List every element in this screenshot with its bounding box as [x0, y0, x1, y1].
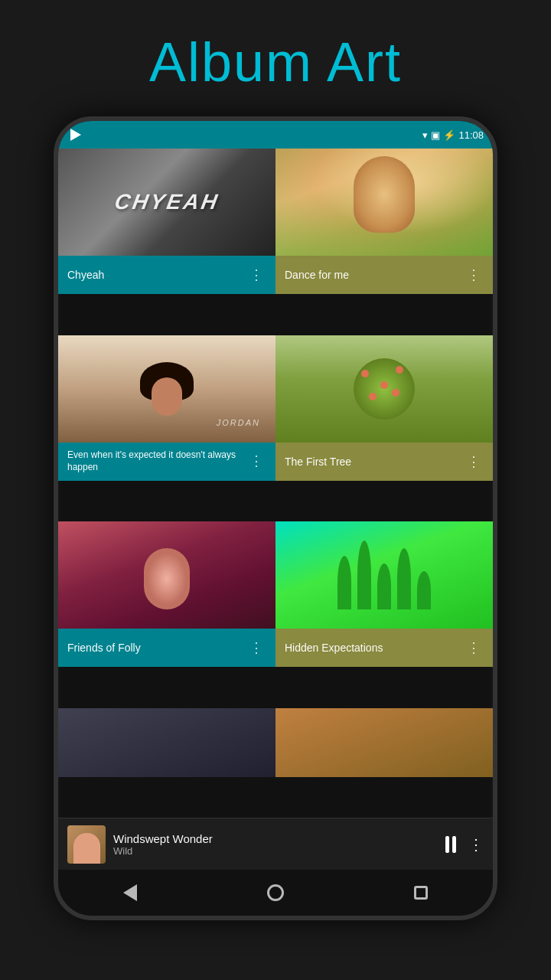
now-playing-thumbnail	[67, 825, 106, 864]
wifi-icon: ▾	[422, 129, 428, 141]
album-art-hidden	[276, 521, 493, 629]
album-art-tree	[276, 335, 493, 443]
dance-art-inner	[276, 149, 493, 256]
recents-icon	[414, 886, 428, 900]
now-playing-artist: Wild	[113, 845, 438, 857]
play-triangle-icon	[70, 129, 81, 141]
now-playing-bar: Windswept Wonder Wild ⋮	[58, 818, 493, 870]
album-name-chyeah: Chyeah	[67, 269, 104, 281]
album-partial-2[interactable]	[276, 708, 493, 777]
tree-peaches	[354, 358, 415, 420]
album-item-hidden[interactable]: Hidden Expectations ⋮	[276, 521, 493, 667]
page-title: Album Art	[149, 0, 402, 116]
leaf-3	[377, 564, 391, 609]
album-menu-hidden[interactable]: ⋮	[464, 636, 484, 659]
battery-icon: ⚡	[443, 129, 455, 141]
status-bar-left	[67, 126, 84, 143]
signal-icon: ▣	[431, 129, 440, 141]
album-menu-dance[interactable]: ⋮	[464, 263, 484, 286]
album-item-chyeah[interactable]: CHYEAH Chyeah ⋮	[58, 149, 276, 294]
album-partial-1[interactable]	[58, 708, 276, 777]
album-name-dance: Dance for me	[285, 269, 349, 281]
album-menu-jordan[interactable]: ⋮	[246, 449, 266, 473]
leaf-5	[417, 571, 431, 609]
peach-5	[392, 389, 399, 397]
status-bar-right: ▾ ▣ ⚡ 11:08	[422, 129, 484, 141]
folly-face	[144, 548, 190, 609]
album-menu-folly[interactable]: ⋮	[246, 636, 266, 659]
album-name-tree: The First Tree	[285, 456, 351, 468]
tree-art-container	[276, 335, 493, 443]
album-art-chyeah: CHYEAH	[58, 149, 276, 256]
pause-button[interactable]	[445, 836, 456, 853]
leaf-4	[397, 548, 411, 609]
album-item-jordan[interactable]: JORDAN Even when it's expected it doesn'…	[58, 335, 276, 481]
now-playing-more-button[interactable]: ⋮	[468, 835, 484, 854]
now-playing-thumb-art	[73, 833, 100, 864]
phone-frame: ▾ ▣ ⚡ 11:08 CHYEAH Chyeah ⋮ Da	[54, 116, 497, 920]
play-icon	[67, 126, 84, 143]
now-playing-controls: ⋮	[445, 835, 484, 854]
status-bar: ▾ ▣ ⚡ 11:08	[58, 121, 493, 149]
album-art-jordan: JORDAN	[58, 335, 276, 443]
chyeah-art-text: CHYEAH	[112, 190, 221, 214]
album-menu-tree[interactable]: ⋮	[464, 450, 484, 473]
album-item-tree[interactable]: The First Tree ⋮	[276, 335, 493, 481]
jordan-art-label: JORDAN	[217, 418, 260, 427]
album-label-dance: Dance for me ⋮	[276, 256, 493, 294]
peach-1	[361, 370, 369, 377]
afro-face	[152, 377, 182, 416]
back-icon	[123, 884, 137, 901]
pause-bar-2	[452, 836, 456, 853]
now-playing-info: Windswept Wonder Wild	[113, 832, 438, 857]
album-label-folly: Friends of Folly ⋮	[58, 629, 276, 667]
album-art-folly	[58, 521, 276, 629]
album-menu-chyeah[interactable]: ⋮	[246, 263, 266, 286]
album-item-dance[interactable]: Dance for me ⋮	[276, 149, 493, 294]
album-art-partial-2	[276, 708, 493, 777]
album-label-chyeah: Chyeah ⋮	[58, 256, 276, 294]
leaf-1	[337, 556, 351, 609]
album-art-dance	[276, 149, 493, 256]
pause-bar-1	[445, 836, 449, 853]
plant-shapes	[337, 541, 431, 609]
album-item-folly[interactable]: Friends of Folly ⋮	[58, 521, 276, 667]
home-icon	[267, 884, 284, 901]
album-art-partial-1	[58, 708, 276, 777]
navigation-bar	[58, 870, 493, 916]
back-button[interactable]	[108, 877, 152, 909]
album-name-folly: Friends of Folly	[67, 642, 141, 654]
album-label-hidden: Hidden Expectations ⋮	[276, 629, 493, 667]
tree-leaves	[354, 358, 415, 420]
peach-4	[369, 393, 377, 400]
peach-2	[380, 381, 388, 389]
album-label-jordan: Even when it's expected it doesn't alway…	[58, 443, 276, 481]
album-name-jordan: Even when it's expected it doesn't alway…	[67, 449, 246, 473]
recents-button[interactable]	[399, 878, 443, 907]
now-playing-title: Windswept Wonder	[113, 832, 438, 845]
home-button[interactable]	[252, 877, 299, 909]
jordan-silhouette	[140, 362, 194, 431]
dance-face	[354, 156, 415, 233]
status-time: 11:08	[458, 129, 484, 141]
leaf-2	[357, 541, 371, 609]
peach-3	[396, 366, 403, 374]
album-name-hidden: Hidden Expectations	[285, 642, 383, 654]
album-grid: CHYEAH Chyeah ⋮ Dance for me ⋮	[58, 149, 493, 818]
album-label-tree: The First Tree ⋮	[276, 443, 493, 481]
